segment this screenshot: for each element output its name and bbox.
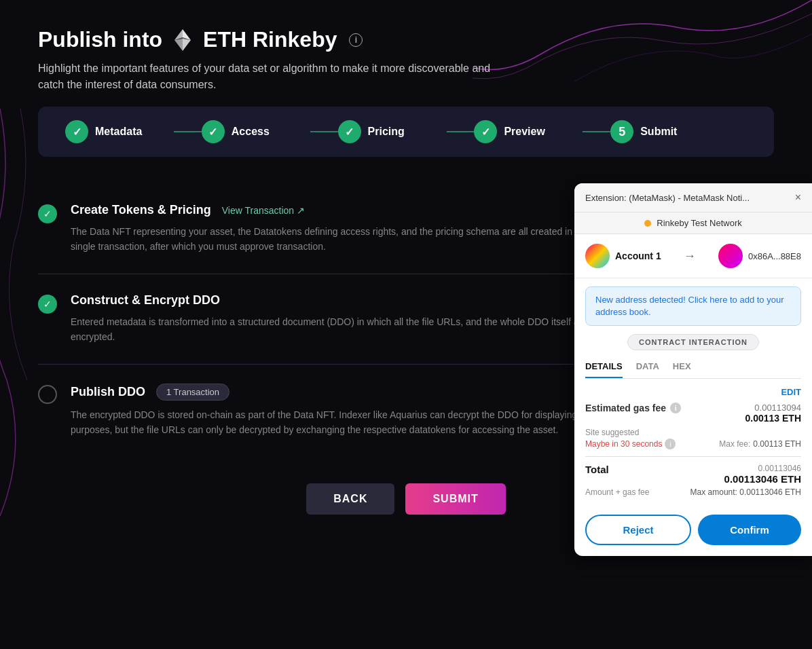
step-pricing-icon <box>338 120 361 143</box>
title-network: ETH Rinkeby <box>203 27 337 52</box>
step-preview-label: Preview <box>504 126 545 138</box>
eth-icon <box>170 28 195 52</box>
tab-data[interactable]: DATA <box>636 356 659 378</box>
steps-bar: Metadata Access Pricing Preview 5 Submit <box>38 107 774 157</box>
max-fee-value: 0.00113 ETH <box>753 439 801 449</box>
account1-name: Account 1 <box>615 251 661 261</box>
mm-alert-text: New address detected! Click here to add … <box>595 295 783 317</box>
gas-fee-fiat: 0.00113094 <box>745 403 802 413</box>
total-eth: 0.00113046 ETH <box>724 473 801 485</box>
step-pricing-label: Pricing <box>368 126 405 138</box>
maybe-label: Maybe in 30 seconds i <box>585 439 676 449</box>
metamask-popup: Extension: (MetaMask) - MetaMask Noti...… <box>574 183 812 556</box>
svg-marker-3 <box>174 39 183 51</box>
page-title: Publish into ETH Rinkeby i <box>38 27 774 52</box>
max-amount: Max amount: 0.00113046 ETH <box>690 487 801 497</box>
maybe-info-icon[interactable]: i <box>665 439 676 449</box>
create-tokens-desc: The Data NFT representing your asset, th… <box>71 224 600 255</box>
submit-button[interactable]: SUBMIT <box>405 483 505 515</box>
mm-header-title: Extension: (MetaMask) - MetaMask Noti... <box>585 193 750 203</box>
divider <box>585 456 801 457</box>
publish-ddo-status <box>38 385 57 404</box>
mm-contract-badge-row: CONTRACT INTERACTION <box>585 334 801 350</box>
mm-header: Extension: (MetaMask) - MetaMask Noti...… <box>574 183 812 212</box>
account2-avatar <box>718 244 743 268</box>
step-access-icon <box>202 120 225 143</box>
mm-total-row: Total 0.00113046 0.00113046 ETH <box>585 464 801 485</box>
step-metadata-label: Metadata <box>95 126 142 138</box>
page-header: Publish into ETH Rinkeby i Highlight the… <box>38 27 774 93</box>
account1-avatar <box>585 244 610 268</box>
gas-fee-eth: 0.00113 ETH <box>745 413 802 424</box>
total-small: 0.00113046 <box>724 464 801 473</box>
max-fee-label: Max fee: <box>719 439 750 449</box>
construct-ddo-title: Construct & Encrypt DDO <box>71 293 220 308</box>
view-transaction-button[interactable]: View Transaction ↗ <box>222 205 305 216</box>
step-access-label: Access <box>232 126 270 138</box>
mm-edit-button[interactable]: EDIT <box>781 387 801 397</box>
mm-gas-fee-row: Estimated gas fee i 0.00113094 0.00113 E… <box>585 403 801 424</box>
publish-ddo-title: Publish DDO <box>71 385 145 399</box>
construct-ddo-desc: Entered metadata is transformed into a s… <box>71 314 600 345</box>
mm-accounts-row: Account 1 → 0x86A...88E8 <box>574 234 812 278</box>
tab-hex[interactable]: HEX <box>673 356 691 378</box>
total-label: Total <box>585 464 609 475</box>
network-dot <box>644 220 651 227</box>
create-tokens-status: ✓ <box>38 204 57 223</box>
amount-gas-row: Amount + gas fee Max amount: 0.00113046 … <box>585 487 801 497</box>
tab-details[interactable]: DETAILS <box>585 356 623 378</box>
arrow-icon: → <box>667 249 713 263</box>
mm-actions: Reject Confirm <box>574 505 812 556</box>
reject-button[interactable]: Reject <box>585 515 691 545</box>
step-preview-icon <box>474 120 497 143</box>
step-access[interactable]: Access <box>202 120 338 143</box>
svg-marker-2 <box>183 39 191 51</box>
contract-badge: CONTRACT INTERACTION <box>627 334 759 350</box>
site-suggested: Site suggested <box>585 428 801 437</box>
confirm-button[interactable]: Confirm <box>698 515 801 545</box>
step-pricing[interactable]: Pricing <box>338 120 475 143</box>
step-metadata-icon <box>65 120 88 143</box>
construct-ddo-status: ✓ <box>38 295 57 314</box>
max-fee-row: Maybe in 30 seconds i Max fee: 0.00113 E… <box>585 439 801 449</box>
step-submit-icon: 5 <box>610 120 633 143</box>
tx-badge: 1 Transaction <box>156 384 229 401</box>
title-prefix: Publish into <box>38 27 162 52</box>
mm-tabs: DETAILS DATA HEX <box>585 356 801 379</box>
amount-gas-label: Amount + gas fee <box>585 487 649 497</box>
step-metadata[interactable]: Metadata <box>65 120 202 143</box>
page-description: Highlight the important features of your… <box>38 60 513 93</box>
account2-addr: 0x86A...88E8 <box>748 251 801 261</box>
gas-fee-label: Estimated gas fee <box>585 403 666 413</box>
create-tokens-title: Create Tokens & Pricing <box>71 203 211 217</box>
step-submit[interactable]: 5 Submit <box>610 120 747 143</box>
mm-alert[interactable]: New address detected! Click here to add … <box>585 286 801 326</box>
mm-close-button[interactable]: × <box>795 191 801 204</box>
step-submit-label: Submit <box>640 126 677 138</box>
mm-network-bar: Rinkeby Test Network <box>574 212 812 234</box>
gas-info-icon[interactable]: i <box>670 403 681 413</box>
back-button[interactable]: BACK <box>306 483 394 515</box>
step-preview[interactable]: Preview <box>474 120 610 143</box>
publish-ddo-desc: The encrypted DDO is stored on-chain as … <box>71 407 600 438</box>
network-label: Rinkeby Test Network <box>657 218 741 228</box>
mm-details-panel: EDIT Estimated gas fee i 0.00113094 0.00… <box>574 379 812 505</box>
info-icon[interactable]: i <box>349 33 363 47</box>
